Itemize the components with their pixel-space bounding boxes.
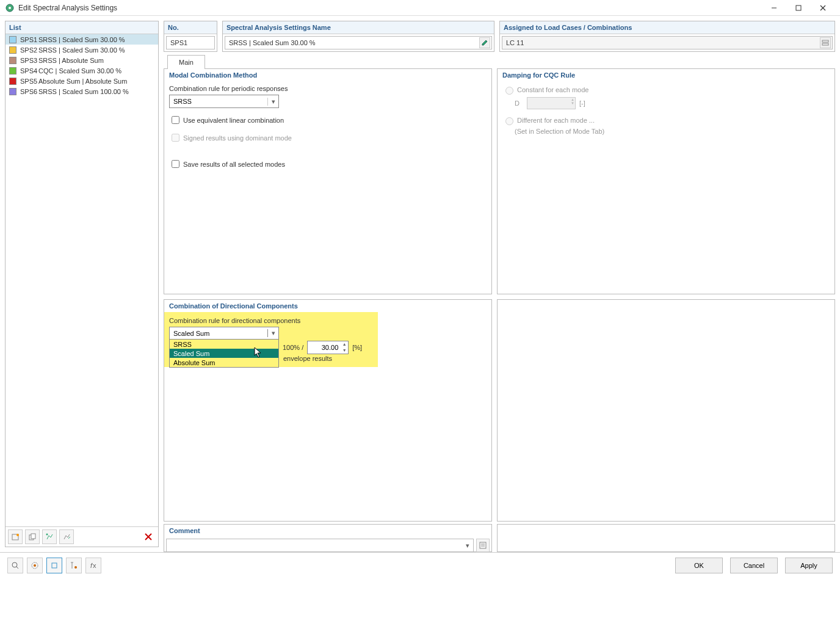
minimize-button[interactable]: [762, 0, 786, 16]
footer-fx-button[interactable]: fx: [85, 558, 101, 573]
spacer-panel: [497, 299, 835, 522]
svg-rect-9: [31, 534, 35, 539]
svg-point-18: [12, 562, 17, 567]
list-item-sps2[interactable]: SPS2SRSS | Scaled Sum 30.00 %: [5, 45, 158, 55]
titlebar: Edit Spectral Analysis Settings: [0, 0, 840, 16]
signed-results-label: Signed results using dominant mode: [183, 134, 292, 142]
maximize-button[interactable]: [786, 0, 811, 16]
apply-button[interactable]: Apply: [785, 558, 833, 573]
directional-option-srss[interactable]: SRSS: [170, 340, 278, 349]
tabs-area: Main Modal Combination Method Combinatio…: [164, 54, 835, 522]
list-item-id: SPS5: [20, 78, 38, 85]
directional-highlight: Combination rule for directional compone…: [164, 312, 378, 367]
toolbar-button-3[interactable]: [42, 529, 57, 544]
color-swatch: [9, 88, 16, 95]
footer: fx OK Cancel Apply: [0, 553, 840, 578]
svg-point-23: [74, 566, 77, 569]
comment-template-button[interactable]: [476, 539, 490, 552]
toolbar-button-4[interactable]: [59, 529, 74, 544]
window-title: Edit Spectral Analysis Settings: [18, 4, 762, 12]
damping-diff-radio-row: Different for each mode ...: [502, 115, 830, 125]
list-item-sps1[interactable]: SPS1SRSS | Scaled Sum 30.00 %: [5, 34, 158, 45]
cancel-button[interactable]: Cancel: [730, 558, 778, 573]
name-field[interactable]: [225, 36, 492, 49]
color-swatch: [9, 36, 16, 43]
damping-diff-radio: [505, 117, 513, 125]
chevron-down-icon: ▾: [267, 329, 278, 337]
edit-name-button[interactable]: [479, 37, 490, 48]
directional-group: Combination of Directional Components Co…: [164, 299, 492, 522]
save-results-checkbox-row[interactable]: Save results of all selected modes: [169, 158, 487, 170]
comment-dropdown-icon[interactable]: ▾: [466, 542, 469, 550]
pct-down-button[interactable]: ▼: [341, 347, 348, 354]
footer-zoom-button[interactable]: [7, 558, 23, 573]
chevron-down-icon: ▾: [267, 98, 278, 106]
name-header: Spectral Analysis Settings Name: [223, 21, 494, 34]
damping-d-row: D ▲▼ [-]: [515, 97, 830, 109]
new-item-button[interactable]: [8, 529, 23, 544]
name-panel: Spectral Analysis Settings Name: [222, 21, 494, 52]
list-item-id: SPS2: [20, 46, 38, 54]
delete-item-button[interactable]: [141, 529, 156, 544]
list-panel: List SPS1SRSS | Scaled Sum 30.00 %SPS2SR…: [5, 21, 159, 547]
list-item-name: Absolute Sum | Absolute Sum: [38, 78, 127, 85]
list-item-sps6[interactable]: SPS6SRSS | Scaled Sum 100.00 %: [5, 86, 158, 96]
list-item-id: SPS3: [20, 57, 38, 64]
directional-label: Combination rule for directional compone…: [169, 317, 373, 324]
list-item-sps4[interactable]: SPS4CQC | Scaled Sum 30.00 %: [5, 65, 158, 76]
svg-text:x: x: [93, 562, 96, 569]
damping-constant-radio: [505, 87, 513, 95]
tab-row: Main: [167, 54, 835, 68]
directional-option-scaled-sum[interactable]: Scaled Sum: [170, 349, 278, 358]
color-swatch: [9, 67, 16, 75]
directional-option-absolute-sum[interactable]: Absolute Sum: [170, 358, 278, 367]
comment-input[interactable]: [166, 539, 474, 552]
pct-spinner-wrap: ▲▼: [307, 341, 349, 354]
color-swatch: [9, 57, 16, 64]
equiv-linear-checkbox[interactable]: [172, 116, 179, 124]
svg-point-1: [9, 7, 11, 9]
list-item-name: SRSS | Absolute Sum: [38, 57, 104, 64]
modal-rule-label: Combination rule for periodic responses: [169, 85, 487, 92]
damping-d-label: D: [515, 100, 527, 107]
list-item-sps5[interactable]: SPS5Absolute Sum | Absolute Sum: [5, 76, 158, 86]
footer-settings-button[interactable]: [27, 558, 43, 573]
list-item-name: CQC | Scaled Sum 30.00 %: [38, 67, 121, 75]
directional-rule-dropdown[interactable]: Scaled Sum ▾ SRSS Scaled Sum Absolute Su…: [169, 327, 279, 368]
modal-rule-dropdown[interactable]: SRSS ▾: [169, 95, 279, 108]
svg-point-7: [16, 534, 19, 536]
modal-combination-group: Modal Combination Method Combination rul…: [164, 68, 492, 294]
equiv-linear-checkbox-row[interactable]: Use equivalent linear combination: [169, 114, 487, 126]
comment-right-panel: [497, 524, 835, 552]
pct-up-button[interactable]: ▲: [341, 341, 348, 347]
damping-d-input: [527, 97, 576, 109]
list-item-name: SRSS | Scaled Sum 30.00 %: [38, 36, 125, 43]
damping-group: Damping for CQC Rule Constant for each m…: [497, 68, 835, 294]
list-item-id: SPS4: [20, 67, 38, 75]
assigned-more-button[interactable]: [820, 37, 831, 48]
no-panel: No.: [164, 21, 217, 52]
damping-diff-note: (Set in Selection of Mode Tab): [515, 128, 830, 135]
app-icon: [5, 3, 15, 13]
footer-units-button[interactable]: [66, 558, 82, 573]
list-item-sps3[interactable]: SPS3SRSS | Absolute Sum: [5, 55, 158, 65]
close-button[interactable]: [811, 0, 835, 16]
tab-main[interactable]: Main: [167, 55, 205, 69]
svg-point-10: [46, 534, 48, 536]
pct-100-label: 100% /: [283, 344, 303, 351]
list-body: SPS1SRSS | Scaled Sum 30.00 %SPS2SRSS | …: [5, 34, 158, 526]
damping-header: Damping for CQC Rule: [498, 69, 835, 81]
footer-rect-button[interactable]: [46, 558, 62, 573]
save-results-checkbox[interactable]: [172, 160, 179, 168]
save-results-label: Save results of all selected modes: [183, 161, 285, 168]
signed-results-checkbox: [172, 134, 179, 142]
assigned-header: Assigned to Load Cases / Combinations: [500, 21, 835, 34]
directional-rule-value: Scaled Sum: [173, 330, 209, 337]
svg-rect-14: [822, 43, 828, 45]
copy-item-button[interactable]: [25, 529, 40, 544]
top-row: No. Spectral Analysis Settings Name Assi…: [164, 21, 835, 52]
no-field[interactable]: [166, 36, 215, 49]
ok-button[interactable]: OK: [675, 558, 723, 573]
list-item-id: SPS1: [20, 36, 38, 43]
svg-rect-13: [822, 40, 828, 42]
